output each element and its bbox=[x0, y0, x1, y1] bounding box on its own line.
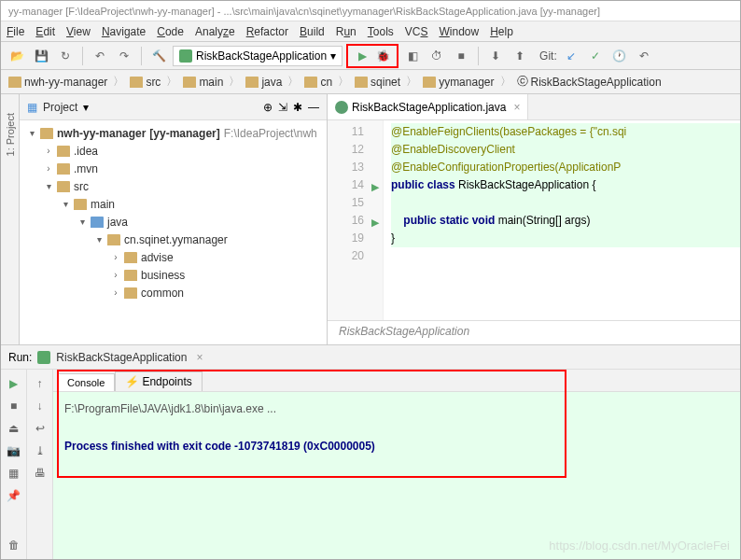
close-icon[interactable]: × bbox=[513, 101, 520, 114]
left-gutter: 1: Project bbox=[1, 94, 20, 344]
profile-icon[interactable]: ⏱ bbox=[426, 46, 447, 66]
breadcrumb-item[interactable]: nwh-yy-manager bbox=[8, 76, 107, 89]
menu-navigate[interactable]: Navigate bbox=[102, 25, 146, 38]
down-icon[interactable]: ↓ bbox=[32, 398, 49, 414]
menu-analyze[interactable]: Analyze bbox=[195, 25, 235, 38]
console-output[interactable]: F:\ProgramFile\JAVA\jdk1.8\bin\java.exe … bbox=[53, 392, 740, 559]
project-title[interactable]: Project bbox=[43, 101, 77, 114]
wrap-icon[interactable]: ↩ bbox=[32, 420, 49, 437]
endpoints-tab[interactable]: ⚡ Endpoints bbox=[115, 371, 202, 391]
watermark: https://blog.csdn.net/MyOracleFei bbox=[549, 539, 730, 553]
scroll-icon[interactable]: ⤓ bbox=[32, 442, 49, 459]
breadcrumb-footer[interactable]: RiskBackStageApplication bbox=[328, 320, 740, 344]
tab-label: RiskBackStageApplication.java bbox=[352, 101, 506, 114]
console-tab[interactable]: Console bbox=[57, 373, 115, 391]
git-revert-icon[interactable]: ↶ bbox=[634, 46, 654, 66]
gutter: 11 12 13 14▶ 15 16▶ 19 20 bbox=[328, 120, 384, 320]
undo-icon[interactable]: ↶ bbox=[90, 46, 110, 66]
menu-file[interactable]: File bbox=[7, 25, 24, 38]
trash-icon[interactable]: 🗑 bbox=[6, 537, 22, 553]
git-label: Git: bbox=[539, 49, 557, 63]
run-gutter-icon[interactable]: ▶ bbox=[371, 214, 379, 231]
git-branch-icon[interactable]: ↙ bbox=[561, 46, 581, 66]
project-tool-tab[interactable]: 1: Project bbox=[5, 113, 16, 156]
exit-icon[interactable]: ⏏ bbox=[6, 420, 22, 437]
main-toolbar: 📂 💾 ↻ ↶ ↷ 🔨 RiskBackStageApplication ▾ ▶… bbox=[1, 42, 740, 70]
layout-icon[interactable]: ▦ bbox=[6, 465, 22, 482]
highlight-run-debug: ▶ 🐞 bbox=[346, 44, 398, 68]
stop-icon[interactable]: ■ bbox=[6, 398, 22, 414]
dump-icon[interactable]: 📷 bbox=[6, 442, 22, 459]
window-title: yy-manager [F:\IdeaProject\nwh-yy-manage… bbox=[1, 1, 740, 21]
project-panel: ▦ Project ▾ ⊕ ⇲ ✱ — ▾nwh-yy-manager [yy-… bbox=[20, 94, 328, 344]
spring-icon bbox=[37, 351, 50, 364]
open-icon[interactable]: 📂 bbox=[7, 46, 27, 66]
menu-build[interactable]: Build bbox=[300, 25, 325, 38]
rerun-icon[interactable]: ▶ bbox=[6, 375, 22, 392]
breadcrumb-item[interactable]: java bbox=[245, 76, 282, 89]
target-icon[interactable]: ⊕ bbox=[263, 101, 273, 114]
run-tool-window: Run: RiskBackStageApplication × ▶ ■ ⏏ 📷 … bbox=[1, 344, 740, 559]
editor: RiskBackStageApplication.java × 11 12 13… bbox=[328, 94, 740, 344]
breadcrumb-item[interactable]: sqinet bbox=[355, 76, 400, 89]
up-icon[interactable]: ↑ bbox=[32, 375, 49, 392]
menu-vcs[interactable]: VCS bbox=[405, 25, 428, 38]
menu-help[interactable]: Help bbox=[490, 25, 513, 38]
redo-icon[interactable]: ↷ bbox=[114, 46, 134, 66]
folder-icon bbox=[245, 77, 259, 88]
spring-icon bbox=[179, 49, 192, 63]
run-config-name: RiskBackStageApplication bbox=[196, 49, 327, 63]
chevron-down-icon: ▾ bbox=[330, 49, 336, 63]
breadcrumb-item[interactable]: yymanager bbox=[423, 76, 494, 89]
refresh-icon[interactable]: ↻ bbox=[55, 46, 76, 66]
hide-icon[interactable]: — bbox=[308, 101, 319, 114]
folder-icon bbox=[183, 77, 196, 88]
code-area[interactable]: @EnableFeignClients(basePackages = {"cn.… bbox=[384, 120, 740, 320]
menu-refactor[interactable]: Refactor bbox=[246, 25, 288, 38]
hammer-icon[interactable]: 🔨 bbox=[148, 46, 169, 66]
menu-edit[interactable]: Edit bbox=[35, 25, 55, 38]
menu-run[interactable]: Run bbox=[336, 25, 357, 38]
menu-window[interactable]: Window bbox=[439, 25, 479, 38]
chevron-down-icon[interactable]: ▾ bbox=[83, 101, 89, 114]
git-history-icon[interactable]: 🕐 bbox=[609, 46, 630, 66]
stop-icon[interactable]: ■ bbox=[451, 46, 471, 66]
coverage-icon[interactable]: ◧ bbox=[402, 46, 423, 66]
breadcrumb-item[interactable]: cn bbox=[304, 76, 332, 89]
folder-icon bbox=[355, 77, 368, 88]
close-icon[interactable]: × bbox=[196, 351, 203, 364]
vcs-update-icon[interactable]: ⬇ bbox=[485, 46, 506, 66]
menu-tools[interactable]: Tools bbox=[368, 25, 394, 38]
run-gutter-icon[interactable]: ▶ bbox=[371, 178, 379, 196]
debug-icon[interactable]: 🐞 bbox=[372, 46, 393, 66]
run-side-toolbar-2: ↑ ↓ ↩ ⤓ 🖶 bbox=[27, 370, 53, 559]
run-config-selector[interactable]: RiskBackStageApplication ▾ bbox=[173, 46, 343, 66]
settings-icon[interactable]: ✱ bbox=[293, 101, 302, 114]
menu-code[interactable]: Code bbox=[157, 25, 184, 38]
run-icon[interactable]: ▶ bbox=[352, 46, 372, 66]
vcs-commit-icon[interactable]: ⬆ bbox=[510, 46, 530, 66]
folder-icon bbox=[8, 77, 21, 88]
folder-icon bbox=[423, 77, 436, 88]
editor-tab[interactable]: RiskBackStageApplication.java × bbox=[328, 94, 528, 119]
breadcrumb-item[interactable]: ⓒ RiskBackStageApplication bbox=[517, 74, 662, 90]
run-side-toolbar: ▶ ■ ⏏ 📷 ▦ 📌 🗑 bbox=[1, 370, 27, 559]
folder-icon bbox=[304, 77, 317, 88]
project-icon: ▦ bbox=[27, 101, 37, 114]
class-icon bbox=[335, 101, 348, 114]
project-tree[interactable]: ▾nwh-yy-manager [yy-manager] F:\IdeaProj… bbox=[20, 120, 327, 344]
breadcrumb-item[interactable]: src bbox=[130, 76, 161, 89]
save-icon[interactable]: 💾 bbox=[31, 46, 51, 66]
menu-bar: File Edit View Navigate Code Analyze Ref… bbox=[1, 21, 740, 42]
menu-view[interactable]: View bbox=[66, 25, 91, 38]
print-icon[interactable]: 🖶 bbox=[32, 465, 49, 482]
breadcrumb: nwh-yy-manager〉 src〉 main〉 java〉 cn〉 sqi… bbox=[1, 70, 740, 94]
git-push-icon[interactable]: ✓ bbox=[585, 46, 606, 66]
pin-icon[interactable]: 📌 bbox=[6, 487, 22, 504]
breadcrumb-item[interactable]: main bbox=[183, 76, 223, 89]
run-label: Run: bbox=[8, 351, 32, 364]
folder-icon bbox=[130, 77, 143, 88]
collapse-icon[interactable]: ⇲ bbox=[278, 101, 287, 114]
run-config-title: RiskBackStageApplication bbox=[56, 351, 187, 364]
